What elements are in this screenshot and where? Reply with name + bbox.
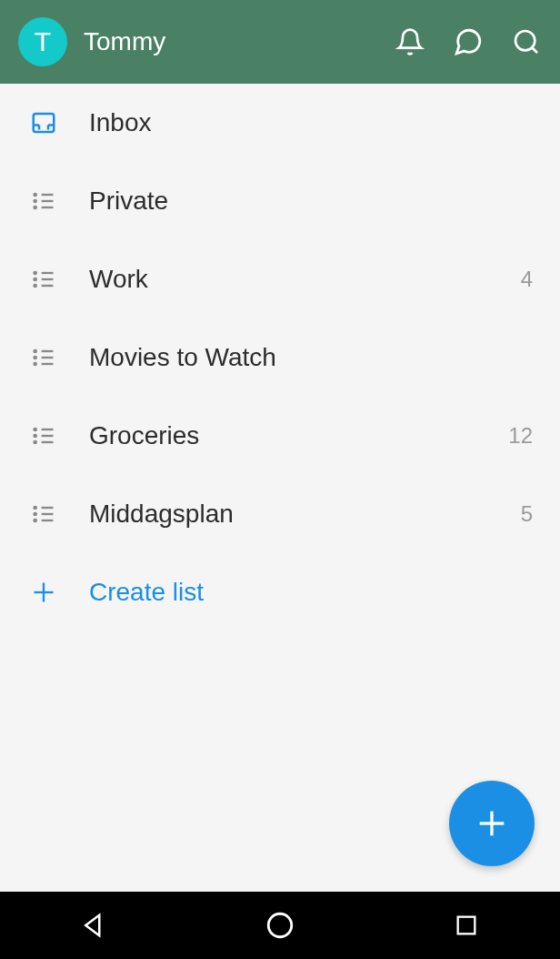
android-navbar	[0, 892, 560, 959]
svg-point-21	[35, 363, 36, 365]
svg-point-33	[35, 520, 36, 521]
svg-point-15	[35, 285, 36, 287]
list-count: 12	[508, 423, 533, 449]
list-icon	[27, 341, 60, 374]
svg-point-8	[35, 200, 36, 202]
list-item-private[interactable]: Private	[0, 162, 560, 240]
svg-point-27	[35, 441, 36, 443]
avatar-initial: T	[35, 26, 51, 57]
create-list-button[interactable]: Create list	[0, 553, 560, 631]
svg-line-1	[532, 47, 537, 53]
svg-point-19	[35, 350, 36, 352]
list-label: Inbox	[89, 108, 533, 137]
list-icon	[27, 185, 60, 217]
list-icon	[27, 419, 60, 452]
chat-icon[interactable]	[453, 26, 484, 57]
svg-point-13	[35, 272, 36, 274]
list-label: Middagsplan	[89, 500, 521, 529]
svg-point-25	[35, 429, 36, 430]
svg-point-32	[35, 513, 36, 515]
lists-container: Inbox Private Work	[0, 84, 560, 892]
home-button[interactable]	[260, 905, 300, 945]
svg-point-14	[35, 278, 36, 280]
list-item-middagsplan[interactable]: Middagsplan 5	[0, 475, 560, 553]
plus-icon	[27, 576, 60, 609]
list-item-movies[interactable]: Movies to Watch	[0, 318, 560, 397]
svg-rect-42	[458, 917, 475, 934]
list-label: Private	[89, 187, 533, 216]
search-icon[interactable]	[511, 26, 542, 57]
svg-point-31	[35, 507, 36, 509]
svg-rect-2	[34, 114, 55, 132]
bell-icon[interactable]	[395, 26, 425, 57]
add-task-fab[interactable]	[449, 781, 535, 866]
list-count: 4	[521, 267, 533, 292]
svg-point-20	[35, 357, 36, 358]
list-label: Movies to Watch	[89, 343, 533, 372]
app-header: T Tommy	[0, 0, 560, 84]
avatar[interactable]: T	[18, 17, 67, 66]
list-icon	[27, 263, 60, 296]
header-actions	[395, 26, 542, 57]
username-label[interactable]: Tommy	[84, 27, 378, 56]
list-item-work[interactable]: Work 4	[0, 240, 560, 318]
back-button[interactable]	[74, 905, 114, 945]
list-label: Groceries	[89, 421, 508, 450]
svg-point-7	[35, 194, 36, 196]
list-count: 5	[521, 501, 533, 527]
create-list-label: Create list	[89, 578, 204, 607]
list-item-groceries[interactable]: Groceries 12	[0, 397, 560, 475]
svg-point-26	[35, 435, 36, 437]
recent-apps-button[interactable]	[446, 905, 486, 945]
svg-point-41	[268, 914, 292, 937]
svg-point-0	[515, 31, 535, 50]
svg-point-9	[35, 207, 36, 208]
list-item-inbox[interactable]: Inbox	[0, 84, 560, 162]
list-icon	[27, 498, 60, 530]
list-label: Work	[89, 265, 521, 294]
inbox-icon	[27, 106, 60, 139]
